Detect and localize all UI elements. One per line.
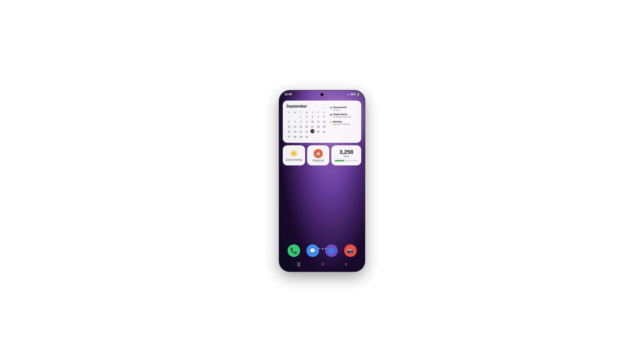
dock-area: 📞 💬 🌐 📷 ||| ○ ‹ <box>279 242 365 272</box>
calendar-header-row: S M T W T F S <box>286 111 327 114</box>
steps-widget[interactable]: 3,258 steps <box>331 145 361 165</box>
col-sun: S <box>286 111 292 114</box>
steps-progress-bar-background <box>335 160 358 161</box>
event-time-meeting: 3:00 PM - 4:30 PM <box>333 123 350 126</box>
widgets-area: September S M T W T F S <box>279 99 365 165</box>
event-name-shake-shack: Shake Shack <box>333 113 351 116</box>
recent-apps-button[interactable]: ||| <box>297 261 301 267</box>
cal-row-5: 27 28 29 30 <box>286 134 327 139</box>
back-button[interactable]: ‹ <box>345 260 347 267</box>
event-name-meeting: Meeting <box>333 120 350 123</box>
mode-widget[interactable]: 🏠 Going out <box>307 145 330 165</box>
today-date[interactable]: 24 <box>310 129 314 133</box>
sun-icon: ☀️ <box>290 150 298 157</box>
app-icon-phone[interactable]: 📞 <box>288 244 300 257</box>
event-shake-shack[interactable]: Shake Shack 11:00 AM - 2:00 PM <box>330 113 358 118</box>
steps-count: 3,258 <box>339 149 353 155</box>
calendar-widget[interactable]: September S M T W T F S <box>283 101 361 143</box>
wifi-icon: WiFi <box>350 93 356 96</box>
weather-widget[interactable]: ☀️ Good morning <box>283 145 305 165</box>
phone-icon: 📞 <box>290 247 298 254</box>
cal-row-1: 1 2 3 4 5 <box>286 114 327 119</box>
home-button[interactable]: ○ <box>321 261 324 267</box>
col-tue: T <box>298 111 304 114</box>
calendar-grid: S M T W T F S 1 2 <box>286 111 327 139</box>
cal-row-3: 13 14 15 16 17 18 19 <box>286 124 327 129</box>
steps-label: steps <box>344 155 349 157</box>
camera-hole <box>320 93 324 96</box>
phone-screen: 12:45 ▲ WiFi 🔋 September S M T <box>279 90 365 272</box>
event-disneyworld[interactable]: Disneyworld All day <box>330 106 358 111</box>
event-time-shake-shack: 11:00 AM - 2:00 PM <box>333 116 351 118</box>
small-widgets-row: ☀️ Good morning 🏠 Going out 3,258 steps <box>283 145 361 165</box>
cal-row-4: 20 21 22 23 24 25 26 <box>286 129 327 134</box>
home-icon-container: 🏠 <box>314 149 323 158</box>
status-time: 12:45 <box>284 93 292 96</box>
calendar-month: September <box>286 104 327 109</box>
cal-row-2: 6 7 8 9 10 11 12 <box>286 119 327 124</box>
col-fri: F <box>315 111 321 114</box>
event-dot-blue <box>330 107 332 109</box>
status-icons: ▲ WiFi 🔋 <box>347 93 360 96</box>
home-icon: 🏠 <box>315 151 321 156</box>
col-thu: T <box>310 111 315 114</box>
phone-device: 12:45 ▲ WiFi 🔋 September S M T <box>279 90 365 272</box>
col-sat: S <box>321 111 327 114</box>
event-dot-red <box>330 114 332 116</box>
calendar-events: Disneyworld All day Shake Shack 11:00 AM… <box>330 104 358 139</box>
mode-label: Going out <box>313 159 324 162</box>
app-icon-camera[interactable]: 📷 <box>344 244 357 257</box>
app-icon-internet[interactable]: 🌐 <box>325 244 338 257</box>
messages-icon: 💬 <box>309 248 316 254</box>
battery-icon: 🔋 <box>357 93 360 96</box>
event-name-disneyworld: Disneyworld <box>333 106 347 109</box>
event-time-disneyworld: All day <box>333 109 347 111</box>
weather-label: Good morning <box>286 158 302 161</box>
event-meeting[interactable]: Meeting 3:00 PM - 4:30 PM <box>330 120 358 125</box>
dock-apps: 📞 💬 🌐 📷 <box>279 242 365 258</box>
col-mon: M <box>292 111 298 114</box>
navigation-bar: ||| ○ ‹ <box>279 258 365 272</box>
event-dot-yellow <box>330 121 332 123</box>
camera-icon: 📷 <box>347 248 353 254</box>
steps-progress-bar-fill <box>335 160 344 161</box>
col-wed: W <box>304 111 309 114</box>
internet-icon: 🌐 <box>328 248 335 254</box>
calendar-left: September S M T W T F S <box>286 104 327 139</box>
signal-icon: ▲ <box>347 93 349 96</box>
app-icon-messages[interactable]: 💬 <box>306 244 319 257</box>
